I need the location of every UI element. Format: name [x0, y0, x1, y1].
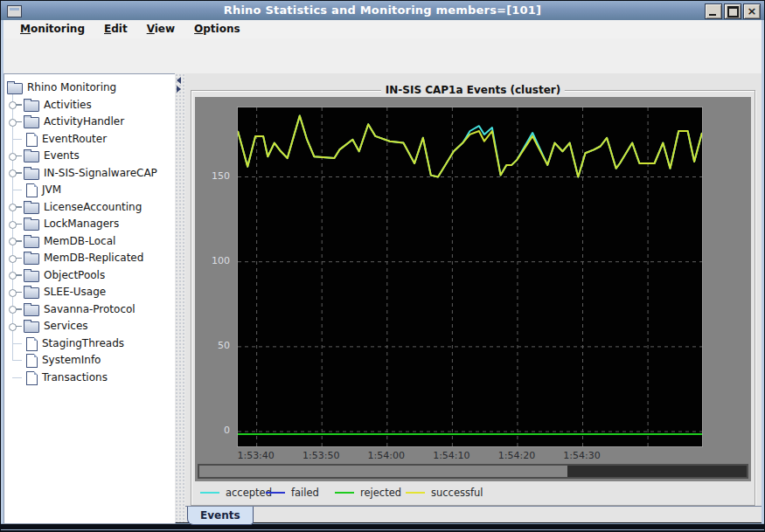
folder-icon [24, 117, 39, 128]
close-button[interactable]: × [743, 3, 761, 19]
expand-handle-icon[interactable] [9, 289, 17, 297]
x-tick-label: 1:53:50 [293, 450, 349, 461]
folder-icon [24, 305, 39, 316]
document-icon [26, 371, 38, 385]
app-window: Rhino Statistics and Monitoring members=… [0, 0, 765, 532]
expand-handle-icon[interactable] [9, 119, 17, 127]
folder-icon [24, 219, 39, 231]
menu-monitoring[interactable]: Monitoring [10, 20, 94, 38]
menu-edit[interactable]: Edit [94, 20, 137, 38]
tree-item-jvm[interactable]: JVM [4, 182, 175, 199]
tree-item-savanna-protocol[interactable]: Savanna-Protocol [4, 301, 175, 319]
y-tick-label: 50 [195, 340, 230, 351]
tree-item-slee-usage[interactable]: SLEE-Usage [4, 284, 175, 301]
tree-item-memdb-local[interactable]: MemDB-Local [4, 233, 175, 251]
menu-bar: MonitoringEditViewOptions [3, 20, 762, 39]
folder-icon [24, 237, 39, 248]
title-bar[interactable]: Rhino Statistics and Monitoring members=… [1, 1, 764, 21]
legend-item-accepted: accepted [200, 483, 272, 502]
expand-handle-icon[interactable] [9, 169, 17, 177]
folder-icon [24, 203, 39, 214]
series-accepted [238, 116, 702, 177]
legend-item-successful: successful [406, 483, 483, 502]
chart-group-border: IN-SIS CAP1a Events (cluster) 050100150 … [191, 90, 755, 506]
window-title: Rhino Statistics and Monitoring members=… [1, 3, 764, 17]
legend-item-failed: failed [266, 483, 319, 502]
expand-handle-icon[interactable] [9, 101, 17, 109]
folder-icon [24, 169, 39, 180]
chart-panel-title: IN-SIS CAP1a Events (cluster) [381, 84, 565, 96]
window-frame-right [762, 20, 764, 523]
chart-plot [237, 107, 703, 447]
legend-swatch-accepted [200, 492, 219, 494]
folder-icon [24, 321, 39, 333]
tab-bar: Events [185, 506, 762, 523]
x-tick-label: 1:54:20 [489, 450, 545, 461]
x-tick-label: 1:53:40 [228, 450, 284, 461]
expand-handle-icon[interactable] [9, 323, 17, 331]
legend-swatch-successful [406, 492, 425, 494]
time-range-thumb[interactable] [567, 466, 747, 477]
legend-item-rejected: rejected [335, 483, 401, 502]
close-icon: × [748, 5, 757, 17]
window-frame-bottom-line [1, 529, 764, 530]
tree-item-activityhandler[interactable]: ActivityHandler [4, 114, 175, 131]
maximize-button[interactable] [724, 3, 741, 19]
split-divider[interactable] [175, 73, 185, 522]
folder-icon [24, 100, 39, 112]
tree-item-objectpools[interactable]: ObjectPools [4, 267, 175, 285]
tree-item-rhino monitoring[interactable]: Rhino Monitoring [4, 79, 175, 97]
tree-item-activities[interactable]: Activities [4, 97, 175, 114]
maximize-icon [727, 6, 739, 17]
series-successful [238, 116, 702, 177]
menu-view[interactable]: View [137, 20, 184, 38]
expand-handle-icon[interactable] [9, 221, 17, 229]
document-icon [26, 133, 38, 147]
tree-item-lockmanagers[interactable]: LockManagers [4, 216, 175, 233]
legend-swatch-failed [266, 492, 285, 494]
events-chart: 050100150 1:53:401:53:501:54:001:54:101:… [195, 97, 751, 481]
tree-item-transactions[interactable]: Transactions [4, 370, 175, 387]
document-icon [26, 354, 38, 368]
menu-options[interactable]: Options [184, 20, 250, 38]
x-tick-label: 1:54:10 [423, 450, 479, 461]
minimize-button[interactable] [705, 3, 722, 19]
y-tick-label: 150 [195, 170, 230, 182]
folder-icon [24, 271, 39, 282]
document-icon [26, 183, 38, 197]
chart-area-panel: IN-SIS CAP1a Events (cluster) 050100150 … [185, 73, 762, 522]
expand-handle-icon[interactable] [9, 238, 17, 245]
folder-icon [7, 83, 23, 94]
folder-icon [24, 151, 39, 162]
legend-swatch-rejected [335, 492, 354, 494]
expand-handle-icon[interactable] [9, 204, 17, 211]
toolbar: ✳ + 1 minute − [3, 38, 762, 74]
folder-icon [24, 287, 39, 299]
tree-item-services[interactable]: Services [4, 318, 175, 335]
expand-handle-icon[interactable] [9, 255, 17, 263]
expand-handle-icon[interactable] [9, 272, 17, 280]
tree-item-events[interactable]: Events [4, 148, 175, 165]
x-tick-label: 1:54:30 [554, 450, 610, 461]
chart-legend: acceptedfailedrejectedsuccessful [191, 483, 755, 502]
monitoring-tree: Rhino MonitoringActivitiesActivityHandle… [3, 73, 176, 524]
folder-icon [24, 253, 39, 265]
tree-item-in-sis-signalwarecap[interactable]: IN-SIS-SignalwareCAP [4, 165, 175, 183]
tree-item-eventrouter[interactable]: EventRouter [4, 131, 175, 149]
collapse-left-icon[interactable] [177, 77, 181, 84]
collapse-right-icon[interactable] [177, 86, 181, 93]
tree-item-systeminfo[interactable]: SystemInfo [4, 352, 175, 370]
time-range-scrollbar[interactable] [198, 464, 748, 479]
tree-item-licenseaccounting[interactable]: LicenseAccounting [4, 199, 175, 217]
minimize-icon [709, 14, 716, 16]
y-tick-label: 0 [195, 425, 230, 436]
expand-handle-icon[interactable] [9, 153, 17, 161]
x-tick-label: 1:54:00 [358, 450, 414, 461]
tree-item-memdb-replicated[interactable]: MemDB-Replicated [4, 250, 175, 267]
document-icon [26, 337, 38, 351]
expand-handle-icon[interactable] [9, 306, 17, 314]
y-tick-label: 100 [195, 255, 230, 266]
tab-events[interactable]: Events [187, 507, 254, 525]
tree-item-stagingthreads[interactable]: StagingThreads [4, 335, 175, 353]
